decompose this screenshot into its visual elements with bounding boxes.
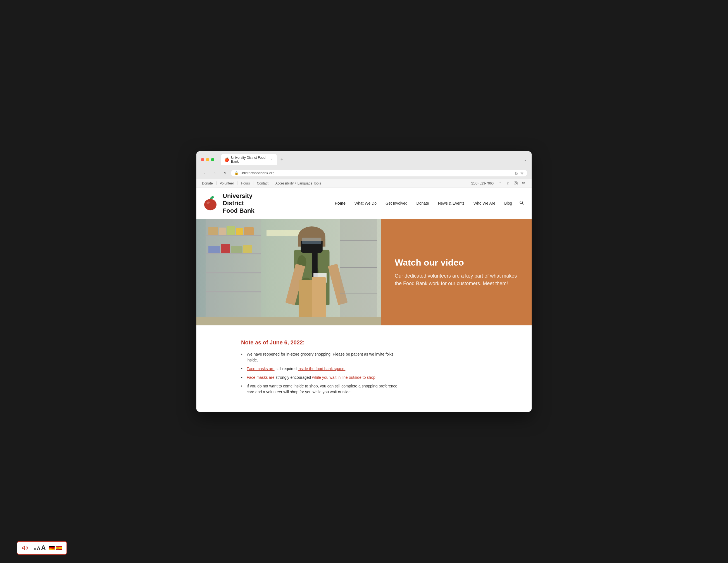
flag-2[interactable]: 🇪🇸 <box>56 545 62 551</box>
text-size-medium[interactable]: A <box>37 546 41 552</box>
logo-area[interactable]: University District Food Bank <box>202 192 254 214</box>
logo-line2: District <box>223 199 244 206</box>
outside-wait-link[interactable]: while you wait in line outside to shop. <box>312 375 376 380</box>
website-content: Donate Volunteer Hours Contact Accessibi… <box>196 179 532 412</box>
tab-close-button[interactable]: × <box>270 158 273 161</box>
utility-link-accessibility[interactable]: Accessibility + Language Tools <box>272 181 325 185</box>
hero-text-panel: Watch our video Our dedicated volunteers… <box>381 219 532 326</box>
bullet-item-3: Face masks are strongly encouraged while… <box>241 375 403 381</box>
main-header: University District Food Bank Home What … <box>196 188 532 219</box>
maximize-button[interactable] <box>211 158 214 161</box>
nav-home[interactable]: Home <box>331 199 349 208</box>
tab-favicon-icon: 🍎 <box>224 157 229 162</box>
nav-get-involved[interactable]: Get Involved <box>382 199 411 208</box>
flag-1[interactable]: 🇩🇪 <box>49 545 55 551</box>
svg-point-1 <box>515 182 517 184</box>
hero-body: Our dedicated volunteers are a key part … <box>395 272 518 288</box>
social-icons: f t ✉ <box>498 181 526 186</box>
nav-donate[interactable]: Donate <box>413 199 433 208</box>
utility-links: Donate Volunteer Hours Contact Accessibi… <box>202 181 324 185</box>
svg-marker-9 <box>22 546 25 550</box>
ssl-lock-icon: 🔒 <box>234 171 239 175</box>
close-button[interactable] <box>201 158 204 161</box>
nav-what-we-do[interactable]: What We Do <box>351 199 380 208</box>
traffic-lights <box>201 158 214 161</box>
utility-bar: Donate Volunteer Hours Contact Accessibi… <box>196 179 532 188</box>
widget-divider <box>31 545 31 551</box>
utility-link-contact[interactable]: Contact <box>253 181 272 185</box>
twitter-icon[interactable]: t <box>505 181 510 186</box>
search-icon[interactable] <box>517 198 526 208</box>
speaker-icon[interactable] <box>22 545 28 551</box>
face-masks-link-1[interactable]: Face masks are <box>247 367 275 371</box>
utility-right: (206) 523-7060 f t ✉ <box>471 181 526 186</box>
bullet-item-1: We have reopened for in-store grocery sh… <box>241 352 403 363</box>
instagram-icon[interactable] <box>513 181 518 186</box>
reload-button[interactable]: ↻ <box>221 169 229 177</box>
text-size-controls: A A A <box>34 544 46 552</box>
utility-link-donate[interactable]: Donate <box>202 181 216 185</box>
language-flags[interactable]: 🇩🇪 🇪🇸 <box>49 545 62 551</box>
inside-food-bank-link[interactable]: inside the food bank space. <box>298 367 345 371</box>
bullet-text-2a: still required <box>275 367 298 371</box>
bullet-text-3a: strongly encouraged <box>275 375 312 380</box>
bookmark-icon[interactable]: ☆ <box>520 171 524 175</box>
nav-blog[interactable]: Blog <box>500 199 516 208</box>
text-size-large[interactable]: A <box>41 544 46 552</box>
email-icon[interactable]: ✉ <box>521 181 526 186</box>
utility-link-volunteer[interactable]: Volunteer <box>216 181 237 185</box>
browser-chrome: 🍎 University District Food Bank × + ⌄ ‹ … <box>196 151 532 179</box>
phone-number: (206) 523-7060 <box>471 181 494 185</box>
text-size-small[interactable]: A <box>34 547 36 551</box>
note-heading: Note as of June 6, 2022: <box>241 339 403 346</box>
browser-controls-row: 🍎 University District Food Bank × + ⌄ <box>201 154 527 165</box>
bullet-text-1: We have reopened for in-store grocery sh… <box>247 352 394 362</box>
url-text: udistrictfoodbank.org <box>241 171 513 175</box>
share-icon[interactable]: ⎙ <box>515 171 517 175</box>
main-nav: Home What We Do Get Involved Donate News… <box>331 198 526 208</box>
svg-point-6 <box>209 209 211 210</box>
address-bar-actions: ⎙ ☆ <box>515 171 524 175</box>
bullet-item-2: Face masks are still required inside the… <box>241 366 403 372</box>
nav-who-we-are[interactable]: Who We Are <box>470 199 499 208</box>
svg-point-7 <box>520 201 522 203</box>
logo-line1: University <box>223 192 252 199</box>
hero-image <box>196 219 381 326</box>
bullet-item-4: If you do not want to come inside to sho… <box>241 383 403 395</box>
active-tab[interactable]: 🍎 University District Food Bank × <box>221 154 277 165</box>
bullet-text-4: If you do not want to come inside to sho… <box>247 384 397 394</box>
accessibility-widget[interactable]: A A A 🇩🇪 🇪🇸 <box>17 541 67 555</box>
hero-title: Watch our video <box>395 257 518 268</box>
face-masks-link-2[interactable]: Face masks are <box>247 375 275 380</box>
hero-section: Watch our video Our dedicated volunteers… <box>196 219 532 326</box>
minimize-button[interactable] <box>206 158 209 161</box>
nav-news-events[interactable]: News & Events <box>434 199 468 208</box>
svg-point-3 <box>204 199 217 210</box>
window-controls-right: ⌄ <box>524 157 527 162</box>
logo-apple-icon <box>202 195 219 211</box>
new-tab-button[interactable]: + <box>278 156 286 163</box>
utility-link-hours[interactable]: Hours <box>237 181 253 185</box>
address-bar-row: ‹ › ↻ 🔒 udistrictfoodbank.org ⎙ ☆ <box>201 167 527 179</box>
facebook-icon[interactable]: f <box>498 181 503 186</box>
address-bar[interactable]: 🔒 udistrictfoodbank.org ⎙ ☆ <box>231 170 527 176</box>
content-section: Note as of June 6, 2022: We have reopene… <box>196 326 448 412</box>
tab-bar: 🍎 University District Food Bank × + <box>221 154 522 165</box>
bullet-list: We have reopened for in-store grocery sh… <box>241 352 403 395</box>
svg-rect-0 <box>514 182 517 185</box>
logo-text: University District Food Bank <box>223 192 254 214</box>
forward-button[interactable]: › <box>211 169 219 177</box>
browser-window: 🍎 University District Food Bank × + ⌄ ‹ … <box>196 151 532 412</box>
back-button[interactable]: ‹ <box>201 169 209 177</box>
svg-line-8 <box>522 203 523 205</box>
tab-title: University District Food Bank <box>231 156 267 163</box>
logo-line3: Food Bank <box>223 207 254 214</box>
